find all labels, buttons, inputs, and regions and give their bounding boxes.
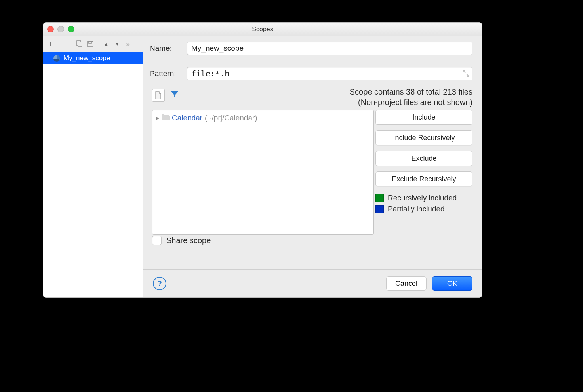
chevron-up-icon[interactable]: ▲ [102,40,111,48]
tree-row[interactable]: ▶ Calendar (~/prj/Calendar) [156,112,370,124]
ok-button[interactable]: OK [432,276,472,291]
dialog-footer: ? Cancel OK [143,269,482,297]
file-icon [155,91,162,99]
name-label: Name: [150,44,181,53]
scopes-dialog: Scopes + − ▲ ▼ » [43,22,482,298]
add-button[interactable]: + [46,40,55,48]
legend-swatch-recursive [375,194,384,202]
help-button[interactable]: ? [153,277,166,290]
svg-rect-1 [78,42,82,47]
overflow-icon[interactable]: » [124,40,133,48]
titlebar: Scopes [43,23,482,36]
name-input[interactable]: My_new_scope [187,42,472,55]
scope-list-item[interactable]: My_new_scope [43,52,143,64]
file-view-toggle[interactable] [152,89,165,102]
exclude-button[interactable]: Exclude [375,151,472,166]
scope-stats: Scope contains 38 of total 213 files (No… [350,87,472,107]
save-icon[interactable] [86,40,95,48]
chevron-down-icon[interactable]: ▼ [113,40,122,48]
scope-list: My_new_scope [43,52,143,297]
minimize-icon[interactable] [57,26,64,32]
pattern-label: Pattern: [150,69,181,78]
folder-icon [162,114,170,122]
share-scope-checkbox[interactable] [152,236,162,245]
scope-icon [53,55,60,62]
svg-rect-2 [89,41,91,43]
expand-icon[interactable] [462,70,470,79]
remove-button[interactable]: − [57,40,66,48]
disclosure-icon[interactable]: ▶ [156,115,159,121]
window-controls [47,26,74,32]
scope-name: My_new_scope [63,54,110,62]
share-scope-label: Share scope [166,236,211,245]
legend-swatch-partial [375,205,384,213]
sidebar-toolbar: + − ▲ ▼ » [43,36,143,52]
legend: Recursively included Partially included [375,194,472,213]
tree-node-name: Calendar [172,114,202,122]
include-recursively-button[interactable]: Include Recursively [375,130,472,145]
exclude-recursively-button[interactable]: Exclude Recursively [375,171,472,186]
include-button[interactable]: Include [375,110,472,125]
window-title: Scopes [252,26,273,33]
maximize-icon[interactable] [68,26,74,32]
filter-icon[interactable] [170,90,179,101]
close-icon[interactable] [47,26,54,32]
cancel-button[interactable]: Cancel [386,276,427,291]
main-panel: Name: My_new_scope Pattern: file:*.h [143,36,482,297]
file-tree[interactable]: ▶ Calendar (~/prj/Calendar) [152,110,374,235]
copy-icon[interactable] [75,40,84,48]
pattern-input[interactable]: file:*.h [187,67,472,80]
tree-node-path: (~/prj/Calendar) [205,114,257,122]
sidebar: + − ▲ ▼ » My_new_scope [43,36,143,297]
